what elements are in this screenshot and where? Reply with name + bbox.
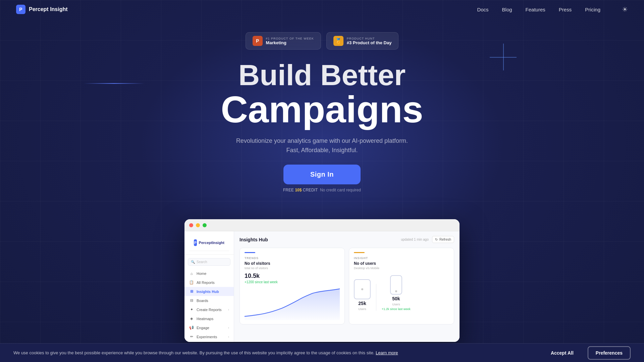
btn-credit-label: CREDIT (303, 188, 318, 192)
phone-icon (390, 275, 402, 295)
app-screenshot: P PerceptInsight 🔍 Search ⌂ Home 📋 All R… (184, 219, 460, 342)
chart-area (245, 287, 340, 320)
sidebar-item-boards[interactable]: ⊟ Boards (184, 296, 234, 305)
search-box[interactable]: 🔍 Search (188, 258, 230, 266)
experiments-arrow-icon: › (228, 335, 229, 339)
badge-content-1: #1 PRODUCT OF THE WEEK Marketing (266, 37, 314, 45)
engage-arrow-icon: › (228, 326, 229, 329)
boards-icon: ⊟ (189, 298, 194, 303)
sidebar-item-all-reports[interactable]: 📋 All Reports (184, 278, 234, 287)
card-trends: TRENDS No of visitors total no of visito… (239, 248, 345, 324)
sidebar-item-experiments-label: Experiments (197, 335, 217, 339)
nav-links: Docs Blog Features Press Pricing ☀ (477, 5, 628, 13)
sidebar-item-create-reports[interactable]: ✦ Create Reports › (184, 305, 234, 314)
device-area: 25k Users 50k Users +1.2k since last wee… (354, 273, 449, 313)
all-reports-icon: 📋 (189, 280, 194, 285)
desktop-icon (354, 279, 371, 299)
sidebar-item-experiments[interactable]: ✏ Experiments › (184, 332, 234, 341)
learn-more-link[interactable]: Learn more (376, 350, 398, 355)
window-dot-green (203, 223, 207, 227)
sidebar-item-engage-label: Engage (197, 326, 209, 330)
updated-text: updated 1 min ago (401, 238, 429, 241)
refresh-label: Refresh (439, 238, 451, 241)
app-content: P PerceptInsight 🔍 Search ⌂ Home 📋 All R… (184, 231, 460, 342)
app-sidebar-logo: P PerceptInsight (184, 236, 234, 255)
hero-subtitle: Revolutionize your analytics game with o… (235, 136, 409, 156)
nav-pricing[interactable]: Pricing (585, 7, 600, 12)
card-trends-change: +1200 since last week (245, 280, 340, 284)
badge-top-2: PRODUCT HUNT (347, 37, 392, 40)
badge-top-1: #1 PRODUCT OF THE WEEK (266, 37, 314, 40)
cookie-text: We use cookies to give you the best poss… (13, 350, 537, 356)
app-header: Insights Hub updated 1 min ago ↻ Refresh (239, 236, 454, 243)
hero-badges: P #1 PRODUCT OF THE WEEK Marketing 🏅 PRO… (246, 32, 399, 50)
card-trends-label: TRENDS (245, 256, 340, 260)
btn-credit: 10$ (295, 188, 302, 192)
device-divider (376, 284, 376, 311)
sidebar-item-home[interactable]: ⌂ Home (184, 269, 234, 278)
hero-title-line2: Campaigns (221, 90, 423, 129)
signin-button[interactable]: Sign In (283, 165, 361, 184)
sidebar-item-home-label: Home (197, 272, 206, 276)
cards-row: TRENDS No of visitors total no of visito… (239, 248, 454, 324)
hero-title-line1: Build Better (238, 60, 406, 90)
engage-icon: 📢 (189, 325, 194, 330)
badge-bottom-2: #3 Product of the Day (347, 40, 392, 45)
card-accent-1 (245, 252, 255, 253)
mobile-value: 50k (392, 296, 400, 301)
insights-hub-icon: ⊞ (189, 289, 194, 294)
preferences-button[interactable]: Preferences (588, 346, 631, 360)
search-icon: 🔍 (191, 260, 195, 264)
window-dot-yellow (196, 223, 200, 227)
device-mobile: 50k Users +1.2k since last week (382, 275, 411, 311)
badge-award-icon: 🏅 (333, 36, 343, 46)
card-trends-value: 10.5k (245, 273, 340, 280)
hero-section: P #1 PRODUCT OF THE WEEK Marketing 🏅 PRO… (0, 19, 644, 192)
card-trends-sub: total no of visitors (245, 266, 340, 270)
create-reports-arrow-icon: › (228, 308, 229, 311)
sidebar-item-heatmaps-label: Heatmaps (197, 317, 213, 321)
badge-product-day: 🏅 PRODUCT HUNT #3 Product of the Day (326, 32, 399, 50)
app-logo-icon: P (194, 239, 197, 246)
nav-docs[interactable]: Docs (477, 7, 488, 12)
sidebar-item-insights-hub-label: Insights Hub (197, 290, 219, 294)
card-trends-metric: No of visitors (245, 261, 340, 266)
btn-sub-text: FREE 10$ CREDIT No credit card required (283, 188, 361, 192)
logo-text: Percept Insight (29, 6, 68, 12)
app-logo-text: PerceptInsight (199, 241, 224, 245)
nav-press[interactable]: Press (559, 7, 572, 12)
nav-features[interactable]: Features (526, 7, 545, 12)
mobile-change: +1.2k since last week (382, 307, 411, 311)
app-sidebar: P PerceptInsight 🔍 Search ⌂ Home 📋 All R… (184, 231, 234, 342)
sidebar-item-heatmaps[interactable]: ◈ Heatmaps (184, 314, 234, 323)
sidebar-item-engage[interactable]: 📢 Engage › (184, 323, 234, 332)
badge-product-week: P #1 PRODUCT OF THE WEEK Marketing (246, 32, 321, 50)
btn-free: FREE (283, 188, 294, 192)
logo: P Percept Insight (16, 5, 477, 14)
badge-content-2: PRODUCT HUNT #3 Product of the Day (347, 37, 392, 45)
sidebar-item-create-reports-label: Create Reports (197, 308, 222, 312)
desktop-value: 25k (358, 301, 366, 306)
navbar: P Percept Insight Docs Blog Features Pre… (0, 0, 644, 19)
app-main-title: Insights Hub (239, 237, 268, 242)
card-insight-metric: No of users (354, 261, 449, 266)
btn-no-card: No credit card required (320, 188, 361, 192)
cookie-banner: We use cookies to give you the best poss… (0, 343, 644, 362)
sidebar-item-boards-label: Boards (197, 299, 208, 303)
experiments-icon: ✏ (189, 335, 194, 339)
trend-chart (245, 287, 340, 320)
card-accent-2 (354, 252, 365, 253)
create-reports-icon: ✦ (189, 307, 194, 312)
theme-toggle-icon[interactable]: ☀ (622, 5, 628, 13)
refresh-button[interactable]: ↻ Refresh (432, 236, 454, 243)
nav-blog[interactable]: Blog (502, 7, 512, 12)
sidebar-item-insights-hub[interactable]: ⊞ Insights Hub (184, 287, 234, 296)
mobile-label: Users (392, 303, 400, 306)
sidebar-item-all-reports-label: All Reports (197, 281, 215, 285)
cookie-text-content: We use cookies to give you the best poss… (13, 350, 374, 355)
accept-all-button[interactable]: Accept All (543, 347, 581, 359)
phone-dot (395, 290, 397, 292)
desktop-dot (361, 288, 363, 290)
app-main: Insights Hub updated 1 min ago ↻ Refresh… (234, 231, 460, 342)
refresh-icon: ↻ (435, 238, 438, 241)
